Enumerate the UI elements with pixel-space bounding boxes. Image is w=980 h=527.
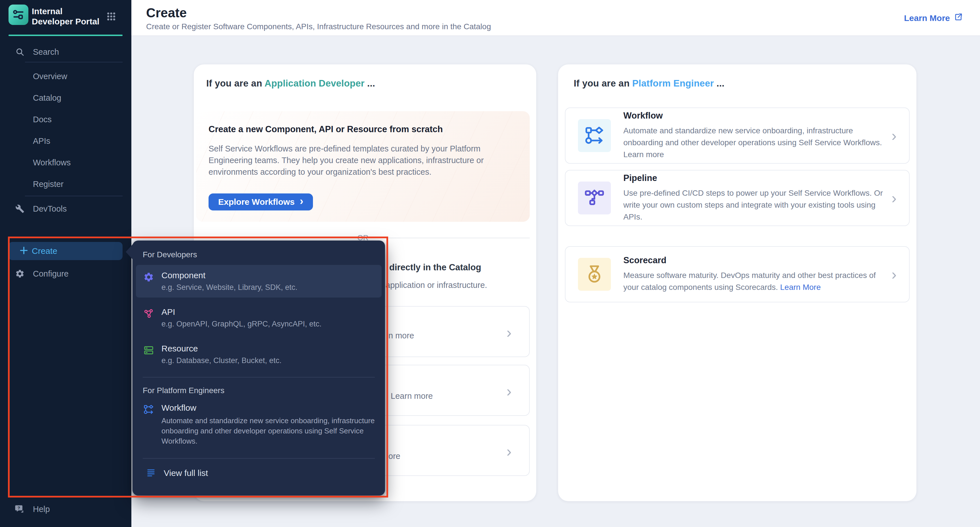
page-subtitle: Create or Register Software Components, …: [146, 22, 491, 31]
sidebar-item-label: Workflows: [33, 158, 71, 167]
developer-card-heading: If you are an Application Developer ...: [206, 78, 375, 89]
flyout-item-workflow[interactable]: Workflow Automate and standardize new se…: [136, 397, 382, 452]
app-switcher-icon[interactable]: [106, 11, 116, 22]
learn-more-link[interactable]: Learn More: [904, 13, 963, 24]
platform-engineer-card: If you are an Platform Engineer ... Work…: [558, 64, 916, 501]
flyout-item-subtitle: e.g. OpenAPI, GraphQL, gRPC, AsyncAPI, e…: [161, 320, 321, 329]
sidebar-item-label: Configure: [33, 269, 68, 279]
scorecard-row[interactable]: Scorecard Measure software maturity. Dev…: [565, 246, 910, 302]
panel-title: Create a new Component, API or Resource …: [208, 124, 443, 135]
row-text-fragment: . Learn more: [386, 391, 433, 401]
workflow-icon: [578, 119, 611, 152]
sidebar-item-label: Help: [33, 505, 50, 514]
chevron-right-icon: ›: [300, 196, 304, 206]
sidebar-item-catalog[interactable]: Catalog: [0, 90, 131, 106]
heading-prefix: If you are an: [206, 78, 264, 89]
sidebar-item-label: Search: [33, 48, 59, 57]
row-desc-text: Measure software maturity. DevOps maturi…: [624, 271, 876, 292]
row-text-fragment: ore: [388, 452, 400, 461]
sidebar-item-create[interactable]: Create: [8, 242, 123, 260]
app-root: Internal Developer Portal Search Overvie…: [0, 0, 980, 527]
row-desc-text: Use pre-defined CI/CD steps to power up …: [624, 189, 883, 221]
row-description: Use pre-defined CI/CD steps to power up …: [624, 187, 891, 223]
button-label: Explore Workflows: [218, 197, 295, 207]
flyout-item-resource[interactable]: Resource e.g. Database, Cluster, Bucket,…: [136, 338, 382, 371]
scorecard-learn-more-link[interactable]: Learn More: [780, 283, 821, 292]
flyout-section-developers: For Developers: [143, 250, 375, 259]
wrench-icon: [15, 204, 25, 214]
help-chat-icon: ?: [15, 504, 25, 514]
workflow-icon: [143, 404, 154, 415]
view-full-list-item[interactable]: View full list: [146, 468, 375, 478]
learn-more-label: Learn More: [904, 13, 950, 23]
row-title: Pipeline: [624, 173, 891, 183]
flyout-item-subtitle: e.g. Service, Website, Library, SDK, etc…: [161, 283, 298, 292]
flyout-item-title: API: [161, 307, 321, 317]
chevron-right-icon: ›: [506, 384, 512, 399]
explore-workflows-button[interactable]: Explore Workflows ›: [208, 194, 313, 211]
chevron-right-icon: ›: [506, 325, 512, 340]
view-full-list-label: View full list: [164, 468, 208, 478]
heading-suffix: ...: [364, 78, 375, 89]
chevron-right-icon: ›: [891, 190, 897, 206]
flyout-section-platform-engineers: For Platform Engineers: [143, 386, 375, 395]
row-text: Workflow Automate and standardize new se…: [624, 111, 891, 160]
resource-stack-icon: [143, 345, 154, 356]
heading-role: Platform Engineer: [632, 78, 714, 89]
plus-icon: [18, 246, 30, 256]
svg-text:?: ?: [18, 505, 20, 510]
heading-suffix: ...: [714, 78, 724, 89]
chevron-right-icon: ›: [891, 128, 897, 143]
sidebar-item-label: DevTools: [33, 204, 67, 214]
row-description: Automate and standardize new service onb…: [624, 125, 891, 160]
sidebar-item-label: Register: [33, 179, 64, 189]
sidebar-accent-rule: [8, 35, 123, 36]
row-description: Measure software maturity. DevOps maturi…: [624, 270, 891, 293]
sidebar-item-help[interactable]: ? Help: [0, 501, 131, 517]
sidebar-item-workflows[interactable]: Workflows: [0, 155, 131, 170]
sidebar-divider: [25, 196, 123, 196]
api-nodes-icon: [143, 308, 154, 319]
workflow-row[interactable]: Workflow Automate and standardize new se…: [565, 108, 910, 163]
heading-prefix: If you are an: [574, 78, 632, 89]
sidebar-item-configure[interactable]: Configure: [0, 266, 131, 282]
create-from-scratch-panel: Create a new Component, API or Resource …: [196, 111, 530, 222]
flyout-item-api[interactable]: API e.g. OpenAPI, GraphQL, gRPC, AsyncAP…: [136, 302, 382, 334]
sidebar-item-search[interactable]: Search: [0, 44, 131, 60]
row-text: Scorecard Measure software maturity. Dev…: [624, 255, 891, 293]
pipeline-row[interactable]: Pipeline Use pre-defined CI/CD steps to …: [565, 170, 910, 226]
app-logo-icon: [8, 5, 29, 25]
sidebar-item-label: Create: [32, 246, 57, 256]
row-title: Scorecard: [624, 255, 891, 265]
list-icon: [146, 468, 156, 478]
sidebar-item-label: APIs: [33, 137, 50, 146]
chevron-right-icon: ›: [506, 444, 512, 459]
pipeline-icon: [578, 181, 611, 214]
heading-role: Application Developer: [264, 78, 364, 89]
create-flyout-menu: For Developers Component e.g. Service, W…: [132, 241, 385, 495]
external-link-icon: [954, 13, 963, 24]
flyout-item-component[interactable]: Component e.g. Service, Website, Library…: [136, 265, 382, 298]
flyout-divider: [143, 377, 375, 378]
catalog-section-subtitle-fragment: application or infrastructure.: [386, 281, 487, 290]
platform-card-heading: If you are an Platform Engineer ...: [574, 78, 724, 89]
flyout-item-subtitle: e.g. Database, Cluster, Bucket, etc.: [161, 356, 282, 365]
sidebar-item-label: Catalog: [33, 93, 61, 103]
flyout-divider: [143, 458, 375, 459]
gear-icon: [15, 268, 25, 279]
component-gear-icon: [143, 272, 154, 283]
sidebar-item-overview[interactable]: Overview: [0, 68, 131, 84]
sidebar-item-devtools[interactable]: DevTools: [0, 201, 131, 217]
sidebar-item-apis[interactable]: APIs: [0, 133, 131, 149]
catalog-section-heading-fragment: directly in the Catalog: [389, 262, 481, 273]
page-title: Create: [146, 5, 187, 21]
flyout-item-title: Component: [161, 271, 298, 280]
row-text-fragment: n more: [388, 331, 414, 340]
flyout-item-description: Automate and standardize new service onb…: [161, 416, 377, 446]
sidebar-item-register[interactable]: Register: [0, 176, 131, 192]
flyout-item-title: Resource: [161, 344, 282, 353]
sidebar-item-docs[interactable]: Docs: [0, 111, 131, 127]
chevron-right-icon: ›: [891, 267, 897, 282]
row-text: Pipeline Use pre-defined CI/CD steps to …: [624, 173, 891, 223]
flyout-arrow: [126, 244, 133, 260]
